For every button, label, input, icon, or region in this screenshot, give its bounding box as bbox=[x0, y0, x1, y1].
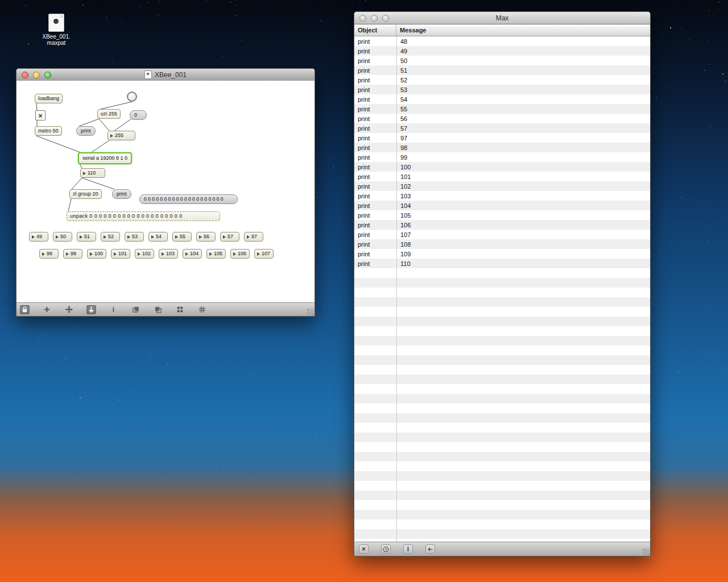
info-icon[interactable]: i bbox=[403, 544, 413, 554]
star bbox=[236, 15, 237, 16]
console-row[interactable]: print110 bbox=[354, 259, 650, 268]
number-box[interactable]: 97 bbox=[244, 232, 263, 242]
number-box[interactable]: 53 bbox=[125, 232, 144, 242]
console-row[interactable]: print54 bbox=[354, 94, 650, 104]
number-box[interactable]: 51 bbox=[77, 232, 96, 242]
slider-icon[interactable] bbox=[86, 305, 96, 314]
zl-group-object[interactable]: zl group 20 bbox=[69, 189, 102, 199]
metro-object[interactable]: metro 50 bbox=[35, 126, 62, 136]
number-box[interactable]: 102 bbox=[135, 249, 154, 259]
console-row[interactable]: print104 bbox=[354, 201, 650, 210]
console-row[interactable]: print57 bbox=[354, 123, 650, 133]
clock-icon[interactable] bbox=[381, 544, 391, 554]
patcher-doc-icon bbox=[144, 70, 152, 79]
number-box[interactable]: 54 bbox=[148, 232, 168, 242]
lock-icon[interactable] bbox=[20, 305, 30, 314]
console-row[interactable]: print52 bbox=[354, 75, 650, 85]
uzi-object[interactable]: uzi 255 bbox=[97, 109, 121, 119]
close-button[interactable] bbox=[22, 72, 28, 78]
console-row[interactable]: print106 bbox=[354, 220, 650, 230]
number-box[interactable]: 52 bbox=[101, 232, 120, 242]
console-cell-object: print bbox=[354, 86, 396, 93]
column-header-message[interactable]: Message bbox=[396, 24, 426, 36]
minimize-button[interactable] bbox=[371, 15, 378, 22]
console-row[interactable]: print49 bbox=[354, 46, 650, 56]
console-cell-message: 97 bbox=[396, 135, 407, 142]
number-box[interactable]: 49 bbox=[29, 232, 48, 242]
number-box[interactable]: 106 bbox=[230, 249, 250, 259]
number-box[interactable]: 56 bbox=[196, 232, 216, 242]
window-controls bbox=[359, 15, 389, 22]
console-row[interactable]: print102 bbox=[354, 181, 650, 191]
console-row[interactable]: print100 bbox=[354, 162, 650, 172]
loadbang-object[interactable]: loadbang bbox=[35, 94, 63, 103]
duplicate-icon[interactable] bbox=[153, 305, 163, 314]
console-row[interactable]: print98 bbox=[354, 143, 650, 152]
star bbox=[133, 392, 134, 392]
number-box[interactable]: 103 bbox=[159, 249, 178, 259]
console-body[interactable]: print48print49print50print51print52print… bbox=[354, 36, 650, 542]
console-row[interactable]: print48 bbox=[354, 36, 650, 46]
console-row[interactable]: print53 bbox=[354, 85, 650, 94]
number-box[interactable]: 100 bbox=[87, 249, 106, 259]
star bbox=[134, 325, 135, 325]
console-row[interactable]: print109 bbox=[354, 249, 650, 259]
grid-icon[interactable] bbox=[175, 305, 185, 314]
console-row[interactable]: print108 bbox=[354, 239, 650, 249]
resize-grip[interactable] bbox=[643, 548, 650, 555]
back-icon[interactable] bbox=[425, 544, 435, 554]
column-header-object[interactable]: Object bbox=[354, 24, 396, 36]
number-box[interactable]: 105 bbox=[206, 249, 226, 259]
number-box-255[interactable]: 255 bbox=[107, 131, 135, 140]
number-box[interactable]: 57 bbox=[220, 232, 239, 242]
serial-object[interactable]: serial a 19200 8 1 0 bbox=[78, 152, 132, 164]
number-box[interactable]: 101 bbox=[111, 249, 130, 259]
add-object-icon[interactable] bbox=[42, 305, 52, 314]
print-object-mid[interactable]: print bbox=[112, 189, 131, 199]
console-row[interactable]: print107 bbox=[354, 230, 650, 239]
number-box[interactable]: 50 bbox=[53, 232, 72, 242]
number-box[interactable]: 98 bbox=[39, 249, 59, 259]
console-row[interactable]: print50 bbox=[354, 56, 650, 65]
number-box[interactable]: 104 bbox=[183, 249, 202, 259]
star bbox=[672, 338, 673, 339]
clear-icon[interactable]: × bbox=[359, 544, 369, 554]
close-button[interactable] bbox=[359, 15, 366, 22]
toggle-object[interactable]: × bbox=[35, 110, 46, 120]
desktop-file-icon[interactable]: XBee_001. maxpat bbox=[34, 14, 79, 46]
console-row[interactable]: print105 bbox=[354, 210, 650, 220]
star bbox=[136, 33, 136, 34]
bang-button-object[interactable] bbox=[127, 92, 137, 102]
number-value: 106 bbox=[238, 251, 246, 257]
number-box[interactable]: 107 bbox=[254, 249, 274, 259]
console-row[interactable]: print101 bbox=[354, 172, 650, 181]
zoom-button[interactable] bbox=[44, 72, 51, 78]
info-icon[interactable]: i bbox=[109, 305, 118, 314]
zeros-message-box[interactable]: 0 0 0 0 0 0 0 0 0 0 0 0 0 0 0 0 0 0 0 0 bbox=[139, 194, 238, 204]
number-box-110[interactable]: 110 bbox=[80, 168, 105, 178]
console-row[interactable]: print51 bbox=[354, 65, 650, 75]
number-box[interactable]: 99 bbox=[63, 249, 82, 259]
snap-to-grid-icon[interactable] bbox=[197, 305, 207, 314]
unpack-object[interactable]: unpack 0 0 0 0 0 0 0 0 0 0 0 0 0 0 0 0 0… bbox=[67, 211, 220, 221]
minimize-button[interactable] bbox=[33, 72, 40, 78]
star bbox=[242, 40, 242, 41]
print-object-top[interactable]: print bbox=[76, 126, 96, 136]
move-icon[interactable] bbox=[64, 305, 74, 314]
new-view-icon[interactable] bbox=[131, 305, 140, 314]
console-row[interactable]: print99 bbox=[354, 152, 650, 162]
console-titlebar[interactable]: Max bbox=[354, 12, 650, 24]
patcher-titlebar[interactable]: XBee_001 bbox=[16, 69, 315, 81]
console-cell-message: 106 bbox=[396, 222, 411, 228]
number-value: 54 bbox=[156, 234, 162, 240]
console-row[interactable]: print55 bbox=[354, 104, 650, 114]
number-box[interactable]: 55 bbox=[172, 232, 192, 242]
patch-area[interactable]: loadbang × metro 50 print uzi 255 0 255 … bbox=[16, 81, 315, 303]
zoom-button[interactable] bbox=[382, 15, 389, 22]
zero-message-box[interactable]: 0 bbox=[130, 110, 147, 120]
resize-grip[interactable] bbox=[307, 309, 314, 315]
console-row[interactable]: print56 bbox=[354, 114, 650, 123]
console-row[interactable]: print103 bbox=[354, 191, 650, 201]
star bbox=[681, 197, 682, 198]
console-row[interactable]: print97 bbox=[354, 133, 650, 143]
